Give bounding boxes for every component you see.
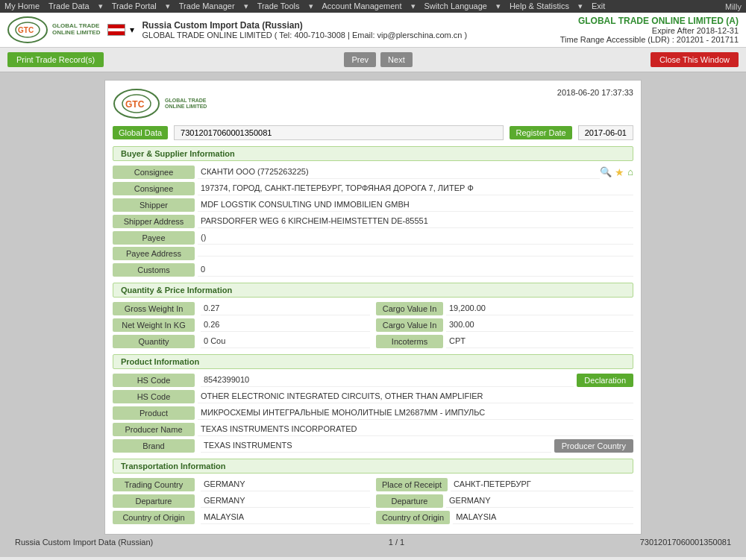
departure-row: Departure GERMANY Departure GERMANY <box>113 494 633 508</box>
cargo-value-1-value: 19,200.00 <box>446 301 633 315</box>
country-origin-left-label: Country of Origin <box>113 511 195 524</box>
user-name: Milly <box>725 2 742 11</box>
payee-address-value <box>198 251 633 257</box>
hs-code-desc-label: HS Code <box>113 390 195 403</box>
cargo-value-1-label: Cargo Value In <box>376 302 443 315</box>
print-record-button[interactable]: Print Trade Record(s) <box>7 52 104 67</box>
card-logo-icon: GTC <box>113 88 161 119</box>
brand-row: Brand TEXAS INSTRUMENTS Producer Country <box>113 438 633 453</box>
shipper-value: MDF LOGSTIK CONSULTING UND IMMOBILIEN GM… <box>198 198 633 212</box>
product-section-header: Product Information <box>113 354 633 369</box>
expire-info: Expire After 2018-12-31 <box>560 26 739 35</box>
payee-address-row: Payee Address <box>113 247 633 260</box>
card-logo-text: GLOBAL TRADEONLINE LIMITED <box>165 98 207 109</box>
register-date-label[interactable]: Register Date <box>510 126 571 139</box>
top-navigation: My Home Trade Data ▾ Trade Portal ▾ Trad… <box>0 0 746 13</box>
bottom-toolbar: Print Trade Record(s) Prev Next Close Th… <box>0 557 746 560</box>
shipper-address-row: Shipper Address PARSDORFER WEG 6 KIRCHEI… <box>113 214 633 228</box>
customs-row: Customs 0 <box>113 262 633 277</box>
card-logo: GTC GLOBAL TRADEONLINE LIMITED <box>113 88 207 119</box>
nav-buttons: Prev Next <box>342 52 412 67</box>
flag-area: ▾ <box>107 24 134 36</box>
consignee-value-1: СКАНТИ ООО (7725263225) <box>198 165 600 179</box>
declaration-button[interactable]: Declaration <box>577 374 633 387</box>
quantity-label: Quantity <box>113 335 195 348</box>
producer-name-row: Producer Name TEXAS INSTRUMENTS INCORPOR… <box>113 422 633 436</box>
producer-country-button[interactable]: Producer Country <box>554 439 633 453</box>
prev-button[interactable]: Prev <box>344 52 376 67</box>
company-contact: GLOBAL TRADE ONLINE LIMITED ( Tel: 400-7… <box>142 31 467 40</box>
incoterms-label: Incoterms <box>376 335 443 348</box>
nav-trade-manager[interactable]: Trade Manager <box>179 1 235 11</box>
page-title: Russia Custom Import Data (Russian) <box>142 20 302 31</box>
consignee-value-2: 197374, ГОРОД, САНКТ-ПЕТЕРБУРГ, ТОРФЯНАЯ… <box>198 181 633 195</box>
brand-value: TEXAS INSTRUMENTS <box>201 438 551 453</box>
cargo-value-2-value: 300.00 <box>446 318 633 332</box>
country-origin-right-group: Country of Origin MALAYSIA <box>376 510 633 524</box>
payee-label: Payee <box>113 231 195 245</box>
payee-row: Payee () <box>113 230 633 245</box>
producer-name-label: Producer Name <box>113 423 195 436</box>
departure-right-label: Departure <box>376 494 443 508</box>
nav-switch-language[interactable]: Switch Language <box>424 1 487 11</box>
header-bar: GTC GLOBAL TRADEONLINE LIMITED ▾ Russia … <box>0 13 746 48</box>
time-range: Time Range Accessible (LDR) : 201201 - 2… <box>560 35 739 44</box>
next-button[interactable]: Next <box>380 52 413 67</box>
hs-code-desc-row: HS Code OTHER ELECTRONIC INTEGRATED CIRC… <box>113 389 633 403</box>
departure-right-group: Departure GERMANY <box>376 494 633 508</box>
search-icon[interactable]: 🔍 <box>600 166 612 177</box>
trading-country-row: Trading Country GERMANY Place of Receipt… <box>113 477 633 491</box>
consignee-label-2: Consignee <box>113 182 195 195</box>
hs-code-main-value: 8542399010 <box>201 373 574 387</box>
quantity-price-section-header: Quantity & Price Information <box>113 283 633 298</box>
transportation-section-header: Transportation Information <box>113 459 633 474</box>
nav-trade-tools[interactable]: Trade Tools <box>257 1 300 11</box>
trading-country-label: Trading Country <box>113 478 195 491</box>
main-content: GTC GLOBAL TRADEONLINE LIMITED 2018-06-2… <box>0 72 746 557</box>
producer-name-value: TEXAS INSTRUMENTS INCORPORATED <box>198 422 633 436</box>
nav-links: My Home Trade Data ▾ Trade Portal ▾ Trad… <box>4 1 605 11</box>
bottom-source: Russia Custom Import Data (Russian) <box>15 538 153 547</box>
close-window-button[interactable]: Close This Window <box>651 52 739 67</box>
nav-exit[interactable]: Exit <box>592 1 605 11</box>
cargo-value-1-group: Cargo Value In 19,200.00 <box>376 301 633 315</box>
departure-left-value: GERMANY <box>201 494 370 508</box>
svg-text:GTC: GTC <box>18 26 34 34</box>
flag-icon <box>107 24 125 36</box>
country-origin-left-group: Country of Origin MALAYSIA <box>113 510 370 524</box>
register-date-value: 2017-06-01 <box>578 125 633 140</box>
nav-trade-data[interactable]: Trade Data <box>48 1 90 11</box>
nav-my-home[interactable]: My Home <box>4 1 40 11</box>
nav-trade-portal[interactable]: Trade Portal <box>112 1 157 11</box>
nav-help-statistics[interactable]: Help & Statistics <box>510 1 569 11</box>
place-of-receipt-value: САНКТ-ПЕТЕРБУРГ <box>451 477 633 491</box>
consignee-icons: 🔍 ★ ⌂ <box>600 166 633 178</box>
home-icon[interactable]: ⌂ <box>627 166 633 177</box>
hs-code-desc-value: OTHER ELECTRONIC INTEGRATED CIRCUITS, OT… <box>198 389 633 403</box>
bottom-page: 1 / 1 <box>389 538 404 547</box>
customs-label: Customs <box>113 263 195 277</box>
country-origin-right-value: MALAYSIA <box>453 510 633 524</box>
place-of-receipt-group: Place of Receipt САНКТ-ПЕТЕРБУРГ <box>376 477 633 491</box>
product-row: Product МИКРОСХЕМЫ ИНТЕГРАЛЬНЫЕ МОНОЛИТН… <box>113 406 633 420</box>
hs-code-main-row: HS Code 8542399010 Declaration <box>113 373 633 387</box>
hs-code-main-label: HS Code <box>113 374 195 387</box>
shipper-row: Shipper MDF LOGSTIK CONSULTING UND IMMOB… <box>113 198 633 212</box>
cargo-value-2-label: Cargo Value In <box>376 318 443 332</box>
consignee-row-2: Consignee 197374, ГОРОД, САНКТ-ПЕТЕРБУРГ… <box>113 181 633 195</box>
gross-weight-value: 0.27 <box>201 301 370 315</box>
nav-account-management[interactable]: Account Management <box>322 1 402 11</box>
header-right: GLOBAL TRADE ONLINE LIMITED (A) Expire A… <box>560 16 739 44</box>
logo-text: GLOBAL TRADEONLINE LIMITED <box>52 23 100 37</box>
global-data-label[interactable]: Global Data <box>113 126 168 139</box>
quantity-row: Quantity 0 Cou Incoterms CPT <box>113 334 633 348</box>
net-weight-row: Net Weight In KG 0.26 Cargo Value In 300… <box>113 318 633 332</box>
svg-text:GTC: GTC <box>125 99 145 110</box>
header-title-area: Russia Custom Import Data (Russian) GLOB… <box>142 20 467 40</box>
top-toolbar: Print Trade Record(s) Prev Next Close Th… <box>0 48 746 72</box>
star-icon[interactable]: ★ <box>615 166 624 178</box>
record-header: GTC GLOBAL TRADEONLINE LIMITED 2018-06-2… <box>113 88 633 119</box>
shipper-label: Shipper <box>113 198 195 212</box>
gross-weight-group: Gross Weight In 0.27 <box>113 301 370 315</box>
global-data-value: 73012017060001350081 <box>174 125 504 140</box>
